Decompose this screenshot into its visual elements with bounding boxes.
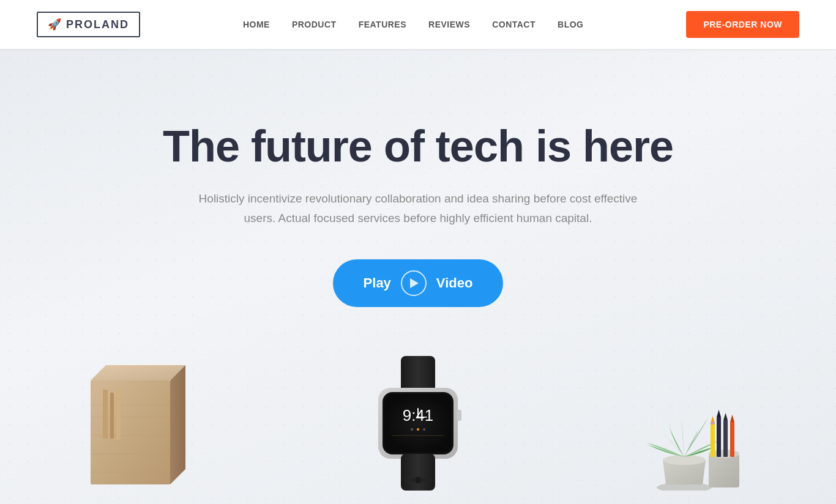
svg-rect-28 [709, 454, 739, 487]
svg-marker-34 [717, 410, 721, 417]
nav-item-features[interactable]: FEATURES [359, 19, 406, 30]
logo-text: PROLAND [66, 18, 129, 31]
hero-subtitle: Holisticly incentivize revolutionary col… [185, 189, 651, 229]
svg-rect-22 [457, 410, 461, 421]
svg-rect-33 [717, 417, 721, 457]
svg-rect-30 [711, 423, 715, 457]
product-right [558, 356, 836, 491]
product-showcase: 9:41 [0, 356, 836, 491]
svg-rect-11 [401, 356, 435, 393]
svg-rect-35 [723, 420, 728, 457]
svg-rect-32 [711, 422, 715, 424]
apple-watch-image: 9:41 [357, 356, 479, 491]
nav-links: HOME PRODUCT FEATURES REVIEWS CONTACT BL… [243, 19, 584, 30]
preorder-button[interactable]: PRE-ORDER NOW [686, 11, 799, 38]
rocket-icon: 🚀 [48, 18, 61, 31]
nav-link-features[interactable]: FEATURES [359, 20, 406, 29]
nav-item-blog[interactable]: BLOG [558, 19, 583, 30]
navbar: 🚀 PROLAND HOME PRODUCT FEATURES REVIEWS … [0, 0, 836, 49]
nav-item-product[interactable]: PRODUCT [292, 19, 337, 30]
svg-point-27 [663, 455, 706, 465]
video-label: Video [436, 275, 473, 291]
nav-link-reviews[interactable]: REVIEWS [428, 20, 470, 29]
hero-content: The future of tech is here Holisticly in… [151, 122, 685, 344]
product-left [0, 356, 278, 491]
svg-rect-25 [416, 477, 420, 483]
play-label: Play [364, 275, 391, 291]
svg-rect-9 [110, 393, 114, 439]
svg-marker-6 [91, 365, 185, 380]
hero-section: The future of tech is here Holisticly in… [0, 49, 836, 504]
svg-point-16 [417, 428, 419, 431]
nav-item-reviews[interactable]: REVIEWS [428, 19, 470, 30]
svg-point-17 [411, 428, 413, 431]
nav-link-product[interactable]: PRODUCT [292, 20, 337, 29]
svg-rect-0 [91, 380, 170, 484]
svg-point-18 [423, 428, 425, 431]
svg-rect-10 [116, 388, 121, 440]
svg-rect-23 [401, 454, 435, 491]
nav-link-home[interactable]: HOME [243, 20, 270, 29]
plant-pencils-image [629, 356, 764, 491]
svg-marker-38 [730, 415, 734, 422]
svg-marker-7 [170, 365, 185, 484]
hero-title: The future of tech is here [163, 122, 673, 171]
svg-rect-8 [103, 390, 108, 439]
play-triangle-icon [410, 278, 419, 288]
nav-item-home[interactable]: HOME [243, 19, 270, 30]
nav-link-blog[interactable]: BLOG [558, 20, 583, 29]
wooden-block-image [72, 356, 207, 491]
product-center: 9:41 [278, 356, 557, 491]
svg-rect-37 [730, 422, 734, 457]
svg-marker-36 [723, 413, 728, 420]
play-video-button[interactable]: Play Video [333, 259, 504, 307]
nav-item-contact[interactable]: CONTACT [492, 19, 536, 30]
play-icon [401, 270, 427, 296]
logo[interactable]: 🚀 PROLAND [37, 12, 140, 37]
nav-link-contact[interactable]: CONTACT [492, 20, 536, 29]
